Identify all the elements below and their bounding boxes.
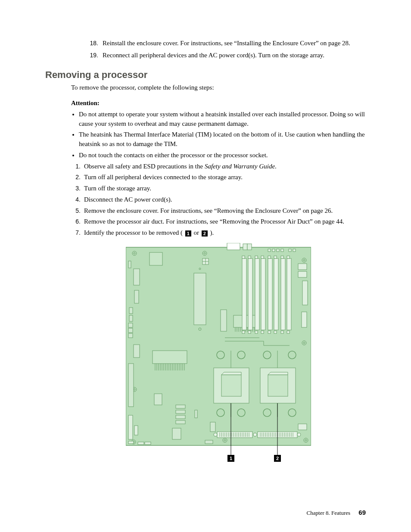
- callout-icon: 2: [202, 230, 208, 236]
- svg-rect-70: [274, 256, 277, 258]
- svg-rect-8: [289, 249, 291, 252]
- svg-rect-131: [205, 440, 213, 444]
- svg-rect-127: [176, 415, 185, 419]
- svg-rect-118: [268, 375, 288, 396]
- svg-rect-5: [272, 249, 275, 252]
- step-text: Turn off all peripheral devices connecte…: [84, 173, 366, 182]
- step-number: 5.: [71, 206, 84, 216]
- svg-rect-2: [243, 244, 247, 250]
- svg-rect-7: [281, 249, 283, 252]
- step-text: Observe all safety and ESD precautions i…: [84, 162, 366, 171]
- attention-list: Do not attempt to operate your system wi…: [71, 110, 366, 160]
- svg-rect-39: [128, 364, 134, 407]
- svg-rect-60: [261, 258, 265, 330]
- step-text: Turn off the storage array.: [84, 184, 366, 193]
- svg-rect-31: [134, 269, 140, 285]
- svg-rect-61: [268, 258, 272, 330]
- svg-rect-85: [298, 424, 307, 430]
- svg-rect-26: [149, 252, 162, 265]
- svg-rect-40: [194, 273, 206, 325]
- step-number: 3.: [71, 184, 84, 193]
- svg-point-135: [214, 433, 217, 436]
- svg-rect-129: [172, 428, 181, 439]
- attention-item: Do not touch the contacts on either the …: [79, 151, 366, 160]
- step-item: 2. Turn off all peripheral devices conne…: [71, 173, 366, 182]
- svg-rect-130: [195, 410, 197, 418]
- step-item: 1. Observe all safety and ESD precaution…: [71, 162, 366, 171]
- svg-rect-77: [268, 331, 271, 333]
- footer-chapter: Chapter 8. Features: [307, 510, 350, 516]
- svg-rect-30: [128, 261, 131, 268]
- figure-callout-1: 1: [230, 456, 232, 461]
- step-item: 4. Disconnect the AC power cord(s).: [71, 195, 366, 205]
- svg-rect-33: [129, 308, 133, 314]
- step-text: Identify the processor to be removed ( 1…: [84, 228, 366, 238]
- svg-rect-78: [274, 331, 277, 333]
- step-number: 7.: [71, 228, 84, 238]
- attention-label: Attention:: [71, 99, 366, 108]
- motherboard-svg: 1 2: [126, 243, 311, 463]
- svg-rect-35: [128, 323, 133, 327]
- steps-list: 1. Observe all safety and ESD precaution…: [71, 162, 366, 238]
- svg-rect-36: [128, 328, 133, 333]
- svg-rect-80: [287, 331, 290, 333]
- figure-callout-2: 2: [276, 456, 279, 461]
- attention-item: Do not attempt to operate your system wi…: [79, 110, 366, 129]
- svg-rect-9: [293, 249, 296, 252]
- step-text: Remove the processor air duct. For instr…: [84, 217, 366, 227]
- svg-rect-72: [287, 256, 290, 258]
- svg-rect-63: [281, 258, 285, 330]
- step-number: 2.: [71, 173, 84, 182]
- page-footer: Chapter 8. Features 69: [307, 508, 366, 517]
- svg-rect-123: [145, 442, 151, 445]
- svg-rect-124: [154, 394, 162, 405]
- step-item: 5. Remove the enclosure cover. For instr…: [71, 206, 366, 216]
- item-number: 19.: [86, 51, 103, 60]
- svg-rect-121: [128, 441, 134, 444]
- section-heading: Removing a processor: [45, 68, 366, 82]
- svg-rect-6: [277, 249, 279, 252]
- svg-rect-82: [298, 271, 307, 277]
- svg-rect-1: [227, 243, 240, 250]
- svg-rect-128: [176, 420, 185, 424]
- footer-page-number: 69: [358, 509, 366, 516]
- svg-point-136: [253, 433, 257, 436]
- list-item: 19. Reconnect all peripheral devices and…: [86, 51, 366, 60]
- attention-item: The heatsink has Thermal Interface Mater…: [79, 130, 366, 149]
- callout-icon: 1: [185, 230, 191, 236]
- svg-rect-43: [221, 310, 227, 331]
- svg-rect-119: [128, 415, 133, 439]
- svg-rect-32: [134, 290, 139, 303]
- svg-rect-3: [247, 244, 252, 250]
- svg-rect-83: [302, 281, 308, 305]
- step-item: 3. Turn off the storage array.: [71, 184, 366, 193]
- intro-text: To remove the processor, complete the fo…: [71, 83, 366, 93]
- svg-rect-74: [248, 331, 251, 333]
- item-number: 18.: [86, 39, 103, 48]
- svg-rect-37: [128, 333, 133, 338]
- motherboard-figure: 1 2: [126, 243, 311, 463]
- svg-rect-126: [176, 410, 185, 414]
- list-item: 18. Reinstall the enclosure cover. For i…: [86, 39, 366, 48]
- svg-rect-57: [242, 258, 246, 330]
- svg-rect-4: [268, 249, 271, 252]
- item-text: Reinstall the enclosure cover. For instr…: [103, 39, 366, 48]
- svg-rect-73: [242, 331, 245, 333]
- svg-rect-69: [268, 256, 271, 258]
- svg-rect-116: [221, 375, 241, 396]
- svg-rect-76: [261, 331, 264, 333]
- step-number: 6.: [71, 217, 84, 227]
- step-item: 7. Identify the processor to be removed …: [71, 228, 366, 238]
- svg-rect-34: [129, 315, 133, 321]
- step-text: Remove the enclosure cover. For instruct…: [84, 206, 366, 216]
- svg-rect-122: [138, 442, 144, 445]
- svg-rect-75: [255, 331, 258, 333]
- svg-rect-59: [255, 258, 259, 330]
- svg-rect-79: [281, 331, 283, 333]
- continued-list: 18. Reinstall the enclosure cover. For i…: [45, 39, 366, 60]
- svg-rect-71: [281, 256, 283, 258]
- svg-rect-38: [134, 345, 140, 358]
- step-number: 4.: [71, 195, 84, 205]
- svg-rect-66: [248, 256, 251, 258]
- svg-rect-67: [255, 256, 258, 258]
